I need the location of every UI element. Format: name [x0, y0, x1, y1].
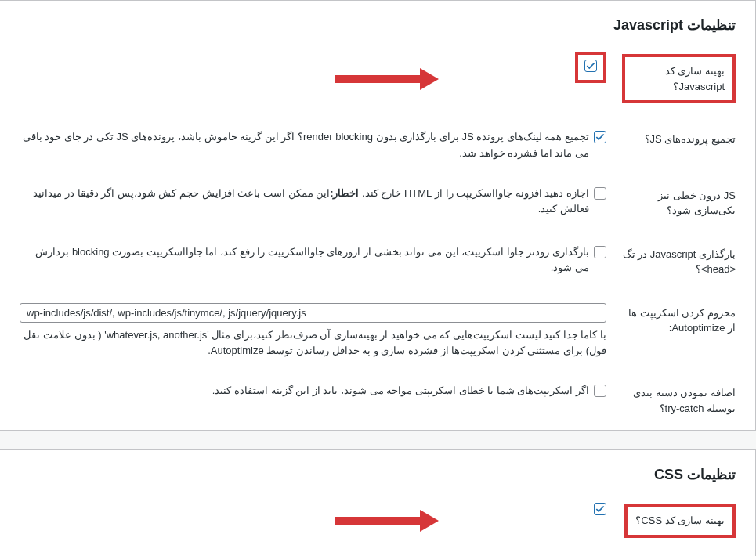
trycatch-js-checkbox[interactable] [594, 385, 606, 397]
head-js-desc: بارگذاری زودتر جاوا اسکریپت، این می توان… [20, 244, 589, 277]
aggregate-js-label: تجمیع پرونده‌های JS؟ [614, 117, 755, 174]
inline-js-checkbox[interactable] [594, 187, 606, 200]
inline-js-label: JS درون خطی نیز یکی‌سازی شود؟ [614, 174, 755, 233]
optimize-js-label: بهینه سازی کد Javascript؟ [622, 54, 736, 103]
trycatch-js-desc: اگر اسکریپت‌های شما با خطای اسکریپتی موا… [212, 383, 589, 399]
annotation-arrow-css [321, 510, 439, 532]
head-js-label: بارگذاری Javascript در تگ <head>؟ [614, 233, 755, 291]
aggregate-js-checkbox[interactable] [594, 131, 606, 143]
aggregate-js-desc: تجمیع همه لینک‌های پرونده JS برای بارگذا… [20, 129, 589, 162]
trycatch-js-label: اضافه نمودن دسته بندی بوسیله try-catch؟ [614, 371, 755, 430]
aggregate-css-label: تجمیع پرونده‌های CSS؟ [614, 552, 755, 556]
optimize-css-checkbox[interactable] [594, 503, 606, 515]
exclude-js-label: محروم کردن اسکریپت ها از Autoptimize: [614, 291, 755, 372]
js-section-title: تنظیمات Javascript [0, 1, 755, 40]
optimize-js-checkbox[interactable] [584, 60, 597, 72]
optimize-css-label: بهینه سازی کد CSS؟ [624, 504, 736, 538]
exclude-js-desc: با کاما جدا کنید لیست اسکریپت‌هایی که می… [20, 327, 606, 360]
exclude-js-input[interactable] [20, 303, 606, 323]
annotation-arrow-js [321, 68, 439, 90]
css-section-title: تنظیمات CSS [0, 450, 755, 489]
head-js-checkbox[interactable] [594, 246, 606, 258]
inline-js-desc: اجازه دهید افزونه جاوااسکریپت را از HTML… [20, 186, 589, 218]
